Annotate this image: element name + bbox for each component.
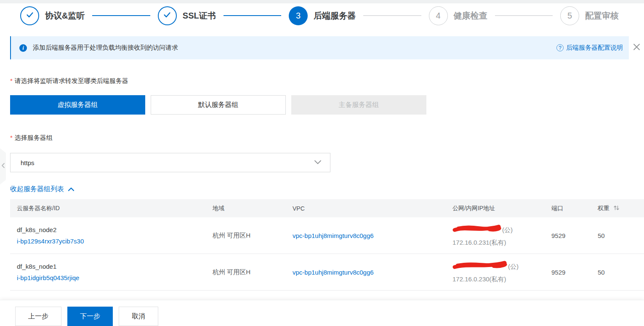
step5-circle: 5 (560, 6, 579, 25)
backend-config-help-link[interactable]: ? 后端服务器配置说明 (556, 44, 623, 52)
vpc-cell: vpc-bp1uhj8mimgturv8c0gg6 (286, 269, 446, 276)
redaction-scribble (452, 223, 501, 237)
col-port: 端口 (545, 205, 591, 212)
ip-cell: (公) 172.16.0.230(私有) (446, 260, 545, 285)
connector-1 (92, 15, 150, 16)
table-header: 云服务器名称/ID 地域 VPC 公网/内网IP地址 端口 权重 (10, 199, 644, 217)
help-link-label: 后端服务器配置说明 (566, 44, 623, 52)
col-ip: 公网/内网IP地址 (446, 205, 545, 212)
backend-type-label-text: 请选择将监听请求转发至哪类后端服务器 (15, 77, 128, 84)
chevron-down-icon (314, 159, 322, 166)
weight-cell: 50 (591, 232, 644, 239)
step4-circle: 4 (429, 6, 448, 25)
footer-bar: 上一步 下一步 取消 (0, 300, 644, 326)
step-wizard: 协议&监听 SSL证书 3 后端服务器 4 健康检查 (0, 3, 644, 28)
check-icon (25, 10, 35, 21)
step2-label: SSL证书 (183, 10, 216, 21)
server-group-select[interactable]: https (10, 153, 330, 172)
step2-circle (158, 6, 177, 25)
port-cell: 9529 (545, 232, 591, 239)
chevron-up-icon (68, 186, 75, 193)
step-protocol-listener: 协议&监听 (20, 6, 85, 25)
public-ip-suffix: (公) (502, 224, 513, 235)
private-ip: 172.16.0.230(私有) (452, 273, 545, 285)
server-name: df_k8s_node2 (17, 224, 206, 235)
chevron-left-icon (1, 163, 5, 170)
step3-circle: 3 (289, 6, 308, 25)
form-content: *请选择将监听请求转发至哪类后端服务器 虚拟服务器组 默认服务器组 主备服务器组… (0, 77, 644, 291)
vpc-link[interactable]: vpc-bp1uhj8mimgturv8c0gg6 (293, 232, 374, 239)
close-icon (633, 43, 640, 52)
ip-cell: (公) 172.16.0.231(私有) (446, 223, 545, 248)
col-server-name-id: 云服务器名称/ID (10, 205, 206, 212)
tab-primary-backup-server-group[interactable]: 主备服务器组 (291, 95, 426, 115)
server-group-label: *选择服务器组 (10, 134, 644, 142)
col-vpc: VPC (286, 205, 446, 212)
step-backend-servers: 3 后端服务器 (289, 6, 356, 25)
info-banner: i 添加后端服务器用于处理负载均衡接收到的访问请求 ? 后端服务器配置说明 (10, 36, 629, 59)
step1-label: 协议&监听 (45, 10, 85, 21)
banner-row: i 添加后端服务器用于处理负载均衡接收到的访问请求 ? 后端服务器配置说明 (10, 36, 644, 59)
cancel-button[interactable]: 取消 (119, 307, 158, 326)
step5-label: 配置审核 (585, 10, 619, 21)
backend-type-tabs: 虚拟服务器组 默认服务器组 主备服务器组 (10, 95, 644, 115)
question-circle-icon: ? (556, 44, 564, 51)
col-region: 地域 (206, 205, 286, 212)
required-mark: * (10, 77, 13, 84)
vpc-link[interactable]: vpc-bp1uhj8mimgturv8c0gg6 (293, 269, 374, 276)
step-config-review: 5 配置审核 (560, 6, 619, 25)
server-name-cell: df_k8s_node2 i-bp129s4rxr37ycib7s30 (10, 224, 206, 247)
table-row: df_k8s_node1 i-bp1idgirb5q0435rjiqe 杭州 可… (10, 254, 644, 291)
region-cell: 杭州 可用区H (206, 232, 286, 240)
vpc-cell: vpc-bp1uhj8mimgturv8c0gg6 (286, 232, 446, 239)
next-step-button[interactable]: 下一步 (67, 307, 113, 326)
public-ip-suffix: (公) (508, 261, 519, 272)
check-icon (162, 10, 172, 21)
backend-type-label: *请选择将监听请求转发至哪类后端服务器 (10, 77, 644, 85)
step-health-check: 4 健康检查 (429, 6, 487, 25)
redaction-scribble (452, 260, 507, 273)
step5-number: 5 (567, 11, 572, 21)
col-weight-label: 权重 (598, 205, 609, 212)
info-icon: i (19, 44, 27, 52)
connector-3 (363, 15, 421, 16)
step3-label: 后端服务器 (314, 10, 356, 21)
server-table: 云服务器名称/ID 地域 VPC 公网/内网IP地址 端口 权重 (10, 199, 644, 291)
server-group-value: https (21, 159, 35, 166)
tab-default-server-group[interactable]: 默认服务器组 (151, 95, 286, 115)
step1-circle (20, 6, 39, 25)
step4-label: 健康检查 (454, 10, 487, 21)
prev-step-button[interactable]: 上一步 (15, 307, 61, 326)
server-name: df_k8s_node1 (17, 261, 206, 272)
top-strip (0, 0, 644, 3)
public-ip-line: (公) (452, 223, 545, 237)
server-id-link[interactable]: i-bp129s4rxr37ycib7s30 (17, 238, 84, 245)
col-weight: 权重 (591, 205, 644, 212)
server-name-cell: df_k8s_node1 i-bp1idgirb5q0435rjiqe (10, 261, 206, 283)
region-cell: 杭州 可用区H (206, 268, 286, 276)
connector-2 (224, 15, 281, 16)
step3-number: 3 (296, 11, 301, 21)
banner-close-button[interactable] (629, 40, 644, 56)
connector-4 (495, 15, 553, 16)
server-group-label-text: 选择服务器组 (15, 134, 53, 141)
collapse-server-list-link[interactable]: 收起服务器组列表 (10, 185, 75, 194)
backend-server-config-page: 协议&监听 SSL证书 3 后端服务器 4 健康检查 (0, 0, 644, 326)
tab-virtual-server-group[interactable]: 虚拟服务器组 (10, 95, 145, 115)
banner-text: 添加后端服务器用于处理负载均衡接收到的访问请求 (33, 44, 178, 52)
public-ip-line: (公) (452, 260, 545, 273)
step4-number: 4 (436, 11, 441, 21)
private-ip: 172.16.0.231(私有) (452, 237, 545, 248)
weight-cell: 50 (591, 269, 644, 276)
server-id-link[interactable]: i-bp1idgirb5q0435rjiqe (17, 274, 79, 281)
sort-icon[interactable] (613, 205, 620, 212)
port-cell: 9529 (545, 269, 591, 276)
panel-collapse-handle[interactable] (0, 148, 6, 184)
required-mark: * (10, 134, 13, 141)
table-row: df_k8s_node2 i-bp129s4rxr37ycib7s30 杭州 可… (10, 217, 644, 254)
collapse-link-label: 收起服务器组列表 (10, 185, 64, 194)
step-ssl-cert: SSL证书 (158, 6, 216, 25)
